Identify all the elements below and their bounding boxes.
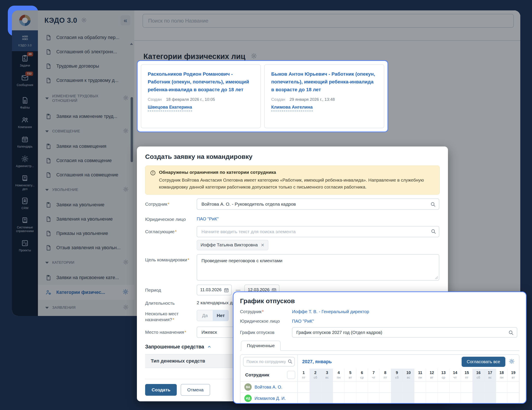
chevron-up-icon[interactable] [207,345,211,349]
day-header: 11пн [414,369,426,381]
vacation-modal-title: График отпусков [240,297,519,305]
schedule-cell[interactable] [298,393,310,404]
collapse-column-button[interactable] [287,371,295,379]
day-header: 8пт [379,369,391,381]
schedule-cell[interactable] [333,393,344,404]
schedule-cell[interactable] [356,393,368,404]
calendar-icon[interactable] [224,287,229,293]
vac-employee-label: Сотрудник [240,308,292,314]
created-value: 29 января 2026 г., 13:48 [290,97,335,102]
schedule-cell[interactable] [461,382,472,392]
search-icon[interactable] [430,202,436,207]
remove-chip-icon[interactable]: ✕ [261,243,265,248]
toggle-yes[interactable]: Да [197,310,213,321]
day-header: 2сб [310,369,321,381]
vac-legal-link[interactable]: ПАО "РиК" [292,318,314,324]
category-card[interactable]: Раскольников Родион Романович - Работник… [141,64,261,128]
schedule-cell[interactable] [496,393,508,404]
table-settings-icon[interactable] [509,358,515,365]
schedule-cell[interactable] [496,382,508,392]
schedule-cell[interactable] [426,382,437,392]
vac-schedule-label: График отпусков [240,327,292,335]
schedule-cell[interactable] [403,393,414,404]
period-from-input[interactable]: 11.03.2026 [197,284,232,295]
avatar: ВА [244,383,252,391]
vac-employee-link[interactable]: Иоффе Т. В. - Генеральный директор [292,308,369,314]
legal-entity-link[interactable]: ПАО "РиК" [197,214,218,222]
schedule-cell[interactable] [310,393,321,404]
card-title-link[interactable]: Раскольников Родион Романович - Работник… [148,70,254,94]
author-link[interactable]: Швецова Екатерина [148,105,192,111]
cards-highlight-box: Раскольников Родион Романович - Работник… [137,60,388,132]
category-restriction-warning: Обнаружены ограничения по категории сотр… [145,166,440,195]
employee-name-link[interactable]: Исмаилов Д. И. [255,396,286,401]
month-label[interactable]: 2027, январь [302,359,332,364]
schedule-cell[interactable] [426,393,437,404]
schedule-cell[interactable] [321,382,333,392]
author-link[interactable]: Климова Ангелина [271,105,313,111]
approve-all-button[interactable]: Согласовать все [462,357,505,367]
approvers-label: Согласующие [145,226,197,234]
schedule-cell[interactable] [403,382,414,392]
schedule-cell[interactable] [437,393,449,404]
schedule-cell[interactable] [414,382,426,392]
schedule-cell[interactable] [414,393,426,404]
tab-subordinates[interactable]: Подчиненные [241,341,281,351]
vacation-schedule-modal: График отпусков Сотрудник Иоффе Т. В. - … [233,292,527,404]
day-header: 18пн [496,369,508,381]
desktop-background: КЭДО 3.0 39 Задачи 722 Сообщения Файлы К… [0,0,532,410]
schedule-cell[interactable] [356,382,368,392]
cancel-button[interactable]: Отмена [181,384,210,396]
day-header: 14чт [449,369,461,381]
day-header: 7чт [368,369,379,381]
schedule-cell[interactable] [333,382,344,392]
schedule-cell[interactable] [368,382,379,392]
warning-text: Сотрудник Войтова Анастасия Олеговна име… [159,177,435,190]
create-button[interactable]: Создать [145,384,177,396]
schedule-cell[interactable] [449,382,461,392]
schedule-cell[interactable] [484,393,496,404]
employee-column-header: Сотрудник [245,372,269,378]
day-header: 15пт [461,369,472,381]
day-header: 4пн [333,369,344,381]
schedule-cell[interactable] [344,382,356,392]
schedule-cell[interactable] [437,382,449,392]
schedule-cell[interactable] [484,382,496,392]
employee-search-input[interactable] [244,359,294,364]
schedule-cell[interactable] [298,382,310,392]
schedule-cell[interactable] [368,393,379,404]
day-header: 12вт [426,369,437,381]
approvers-input[interactable] [197,226,439,237]
created-label: Создан [271,97,285,102]
employee-name-link[interactable]: Войтова А. О. [255,385,282,390]
schedule-cell[interactable] [507,393,519,404]
card-title-link[interactable]: Быков Антон Юрьевич - Работник (опекун, … [271,70,377,94]
schedule-cell[interactable] [461,393,472,404]
category-card[interactable]: Быков Антон Юрьевич - Работник (опекун, … [264,64,384,128]
schedule-cell[interactable] [391,382,403,392]
toggle-no[interactable]: Нет [213,310,229,321]
day-header: 5вт [344,369,356,381]
schedule-cell[interactable] [379,393,391,404]
vac-schedule-input[interactable]: График отпусков 2027 год (Отдел кадров) [292,327,517,338]
search-icon[interactable] [431,229,436,234]
schedule-cell[interactable] [344,393,356,404]
schedule-cell[interactable] [391,393,403,404]
search-icon[interactable] [508,330,514,335]
day-header: 19вт [507,369,519,381]
day-header: 10вс [403,369,414,381]
schedule-cell[interactable] [379,382,391,392]
multi-destination-label: Несколько мест назначения? [145,310,197,323]
approver-chip[interactable]: Иоффе Татьяна Викторовна ✕ [197,240,268,250]
vac-legal-label: Юридическое лицо [240,318,292,324]
requested-funds-heading: Запрошенные средства [145,344,204,350]
day-header: 17вс [484,369,496,381]
schedule-cell[interactable] [472,393,484,404]
schedule-cell[interactable] [321,393,333,404]
schedule-cell[interactable] [449,393,461,404]
schedule-cell[interactable] [507,382,519,392]
employee-field[interactable]: Войтова А. О. - Руководитель отдела кадр… [197,198,439,210]
trip-purpose-textarea[interactable]: Проведение переговоров с клиентами [197,254,439,281]
schedule-cell[interactable] [472,382,484,392]
schedule-cell[interactable] [310,382,321,392]
